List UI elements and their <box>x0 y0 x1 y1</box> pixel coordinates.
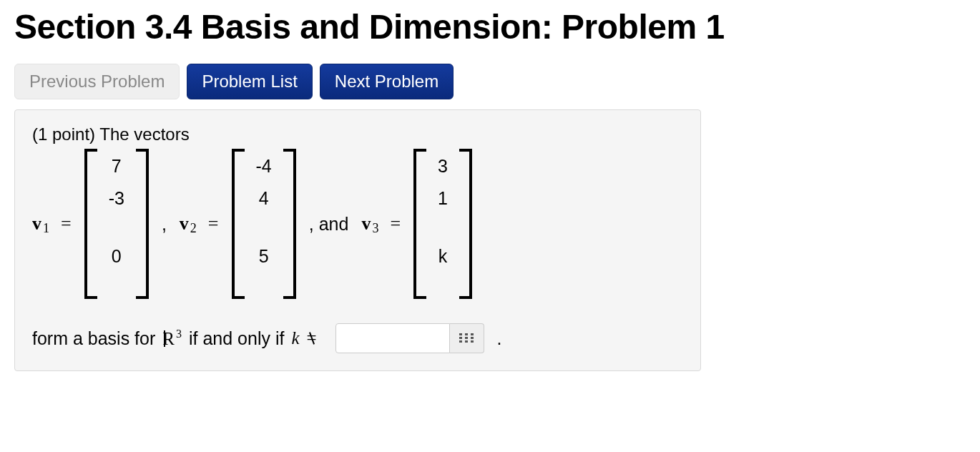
previous-problem-button[interactable]: Previous Problem <box>14 64 180 99</box>
vector-subscript: 1 <box>43 221 49 236</box>
vector-v2: -4 4 5 <box>232 149 296 299</box>
vector-label-v2: v2 <box>180 213 197 235</box>
separator-and: , and <box>305 214 353 235</box>
bracket-right-icon <box>139 149 149 299</box>
vector-label-v1: v1 <box>32 213 49 235</box>
separator-comma: , <box>157 214 171 235</box>
equals-sign: = <box>205 213 223 235</box>
svg-rect-2 <box>471 333 474 335</box>
bracket-right-icon <box>286 149 296 299</box>
matrix-cell: 3 <box>438 157 448 175</box>
svg-rect-8 <box>471 340 474 343</box>
vector-symbol: v <box>361 213 371 235</box>
bracket-left-icon <box>84 149 94 299</box>
problem-lead: (1 point) The vectors <box>32 124 683 144</box>
double-struck-r-icon <box>162 329 176 349</box>
problem-nav: Previous Problem Problem List Next Probl… <box>14 64 966 99</box>
svg-rect-4 <box>465 337 468 339</box>
not-equal-sign: = <box>307 328 317 348</box>
svg-rect-5 <box>471 337 474 339</box>
vector-v3: 3 1 k <box>413 149 472 299</box>
problem-panel: (1 point) The vectors v1 = 7 -3 0 , v2 =… <box>14 109 701 371</box>
matrix-cell: -3 <box>109 190 124 207</box>
vector-symbol: v <box>180 213 189 235</box>
matrix-cell: 1 <box>438 190 448 207</box>
text-pre: form a basis for <box>32 328 155 349</box>
matrix-cell: k <box>438 247 448 265</box>
bracket-left-icon <box>413 149 423 299</box>
next-problem-button[interactable]: Next Problem <box>320 64 454 99</box>
matrix-cell: 4 <box>256 190 272 207</box>
equals-sign: = <box>58 213 76 235</box>
keypad-button[interactable] <box>450 323 484 353</box>
bracket-right-icon <box>462 149 472 299</box>
svg-rect-3 <box>459 337 462 339</box>
problem-condition: form a basis for 3 if and only if k = . <box>32 323 683 353</box>
svg-rect-7 <box>465 340 468 343</box>
grid-icon <box>459 333 474 343</box>
problem-list-button[interactable]: Problem List <box>187 64 312 99</box>
vector-label-v3: v3 <box>361 213 378 235</box>
answer-group <box>335 323 484 353</box>
svg-rect-6 <box>459 340 462 343</box>
svg-rect-1 <box>465 333 468 335</box>
matrix-cell: -4 <box>256 157 272 175</box>
matrix-cell: 7 <box>109 157 124 175</box>
bracket-left-icon <box>232 149 242 299</box>
svg-rect-0 <box>459 333 462 335</box>
page-title: Section 3.4 Basis and Dimension: Problem… <box>14 7 966 46</box>
text-mid: if and only if <box>189 328 284 349</box>
vector-symbol: v <box>32 213 41 235</box>
equals-sign: = <box>387 213 405 235</box>
vector-subscript: 3 <box>372 221 378 236</box>
vector-subscript: 2 <box>190 221 197 236</box>
matrix-cell: 5 <box>256 247 272 265</box>
real-3-symbol: 3 <box>162 328 182 348</box>
superscript-3: 3 <box>176 328 182 340</box>
period: . <box>497 328 502 349</box>
answer-input[interactable] <box>335 323 450 353</box>
vector-v1: 7 -3 0 <box>84 149 149 299</box>
matrix-cell: 0 <box>109 247 124 265</box>
variable-k: k <box>291 328 299 348</box>
vectors-row: v1 = 7 -3 0 , v2 = -4 4 5 , and <box>32 149 683 299</box>
